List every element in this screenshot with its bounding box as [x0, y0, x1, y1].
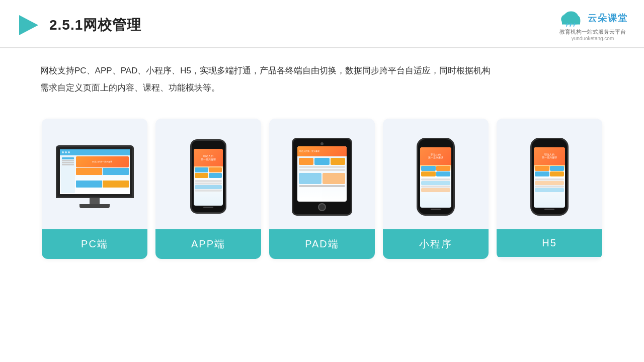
phone-home-app	[203, 207, 213, 208]
tablet-screen-top: 职达人的第一堂兴趣课	[297, 146, 347, 156]
svg-marker-0	[19, 15, 38, 35]
phone-home-h5	[544, 209, 554, 210]
phone-notch-app	[203, 145, 214, 147]
tablet-screen: 职达人的第一堂兴趣课	[297, 146, 347, 202]
card-miniapp: 职达人的第一堂兴趣课	[383, 119, 489, 259]
header: 2.5.1网校管理 云朵课堂 教育机构一站式服务云平台 yunduoketang…	[0, 0, 644, 48]
header-left: 2.5.1网校管理	[16, 13, 141, 37]
card-pc-label: PC端	[42, 229, 147, 259]
phone-notch-miniapp	[430, 143, 441, 146]
cloud-icon	[557, 9, 585, 27]
card-pad: 职达人的第一堂兴趣课	[269, 119, 375, 259]
card-h5-label: H5	[497, 229, 602, 257]
card-app-image: 职达人的第一堂兴趣课	[155, 119, 261, 229]
phone-screen-h5: 职达人的第一堂兴趣课	[534, 147, 565, 208]
screen-dot-1	[62, 151, 64, 153]
phone-screen-miniapp: 职达人的第一堂兴趣课	[420, 147, 451, 208]
cards-container: 职达人的第一堂兴趣课	[0, 107, 644, 269]
card-h5: 职达人的第一堂兴趣课	[497, 119, 602, 259]
phone-mockup-miniapp: 职达人的第一堂兴趣课	[417, 138, 455, 216]
card-miniapp-image: 职达人的第一堂兴趣课	[383, 119, 489, 229]
logo-area: 云朵课堂 教育机构一站式服务云平台 yunduoketang.com	[557, 9, 628, 41]
screen-dot-2	[65, 151, 67, 153]
phone-banner-miniapp: 职达人的第一堂兴趣课	[420, 147, 451, 165]
card-pc-image: 职达人的第一堂兴趣课	[42, 119, 147, 229]
screen-dot-3	[68, 151, 70, 153]
page-title: 2.5.1网校管理	[49, 16, 141, 35]
logo-url: yunduoketang.com	[572, 36, 614, 41]
screen-topbar	[60, 149, 130, 155]
play-icon	[16, 13, 40, 37]
pc-monitor-mockup: 职达人的第一堂兴趣课	[56, 145, 134, 208]
monitor-neck	[90, 198, 100, 204]
monitor-frame: 职达人的第一堂兴趣课	[56, 145, 134, 198]
phone-home-miniapp	[431, 209, 441, 210]
card-miniapp-label: 小程序	[383, 229, 489, 259]
tablet-top-text: 职达人的第一堂兴趣课	[299, 150, 319, 152]
card-app: 职达人的第一堂兴趣课	[155, 119, 261, 259]
description-content: 网校支持PC、APP、PAD、小程序、H5，实现多端打通，产品各终端自由切换，数…	[40, 66, 491, 93]
tablet-home-btn	[318, 203, 326, 211]
phone-mockup-app: 职达人的第一堂兴趣课	[190, 139, 226, 214]
monitor-screen: 职达人的第一堂兴趣课	[60, 149, 130, 194]
logo-name: 云朵课堂	[588, 12, 628, 24]
phone-banner-text-app: 职达人的第一堂兴趣课	[201, 154, 216, 161]
card-pad-image: 职达人的第一堂兴趣课	[269, 119, 375, 229]
phone-banner-text-h5: 职达人的第一堂兴趣课	[542, 153, 557, 159]
card-app-label: APP端	[155, 229, 261, 259]
tablet-mockup: 职达人的第一堂兴趣课	[292, 138, 352, 216]
card-pad-label: PAD端	[269, 229, 375, 259]
phone-screen-app: 职达人的第一堂兴趣课	[194, 149, 223, 206]
phone-banner-h5: 职达人的第一堂兴趣课	[534, 147, 565, 165]
tablet-camera	[320, 142, 324, 145]
description-text: 网校支持PC、APP、PAD、小程序、H5，实现多端打通，产品各终端自由切换，数…	[0, 48, 644, 102]
card-pc: 职达人的第一堂兴趣课	[42, 119, 147, 259]
phone-banner-app: 职达人的第一堂兴趣课	[194, 149, 223, 166]
phone-banner-text-miniapp: 职达人的第一堂兴趣课	[428, 153, 443, 159]
phone-mockup-h5: 职达人的第一堂兴趣课	[530, 138, 569, 216]
logo-image: 云朵课堂	[557, 9, 628, 27]
card-h5-image: 职达人的第一堂兴趣课	[497, 119, 602, 229]
monitor-base	[79, 204, 110, 208]
phone-notch-h5	[544, 143, 555, 146]
logo-tagline: 教育机构一站式服务云平台	[559, 28, 626, 36]
